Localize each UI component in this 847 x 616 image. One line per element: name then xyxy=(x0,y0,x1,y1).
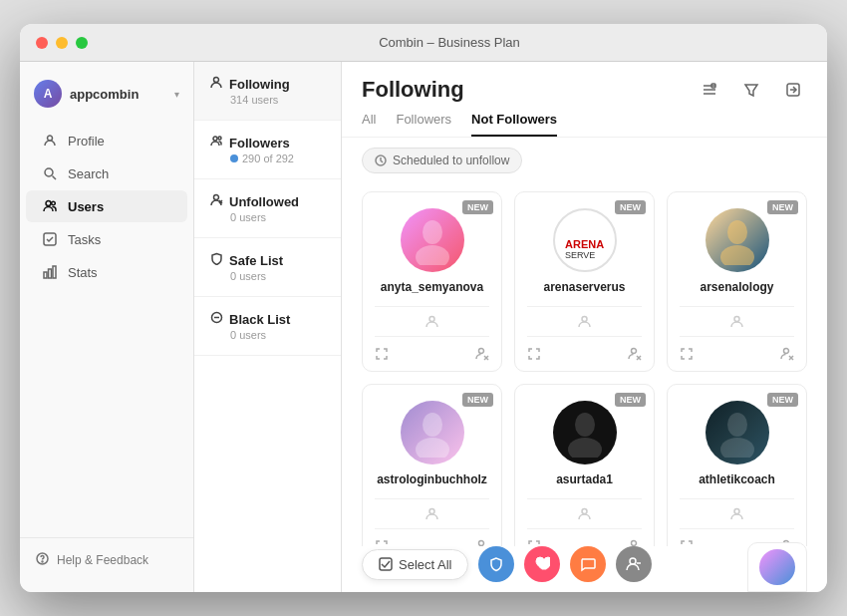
svg-point-58 xyxy=(720,438,754,458)
middle-item-safelist[interactable]: Safe List 0 users xyxy=(194,238,341,297)
stats-icon xyxy=(42,264,58,280)
follow-action-button[interactable] xyxy=(478,546,514,582)
sidebar-item-label-tasks: Tasks xyxy=(68,232,101,247)
blacklist-title: Black List xyxy=(229,312,290,327)
expand-button[interactable] xyxy=(375,539,389,546)
svg-point-64 xyxy=(630,558,636,564)
expand-button[interactable] xyxy=(527,539,541,546)
tab-followers[interactable]: Followers xyxy=(396,112,451,137)
expand-button[interactable] xyxy=(527,347,541,361)
list-view-button[interactable] xyxy=(696,76,723,104)
user-stats-row xyxy=(578,505,591,522)
help-label: Help & Feedback xyxy=(57,553,148,567)
users-icon xyxy=(42,198,58,214)
sidebar-item-search[interactable]: Search xyxy=(26,157,187,189)
select-all-button[interactable]: Select All xyxy=(362,549,468,580)
svg-point-30 xyxy=(479,349,484,354)
heart-action-button[interactable] xyxy=(524,546,560,582)
unfollow-button[interactable] xyxy=(628,539,642,546)
unfollow-button[interactable] xyxy=(780,347,794,361)
chevron-down-icon: ▾ xyxy=(174,89,179,100)
main-content: Following xyxy=(342,62,827,592)
safelist-title: Safe List xyxy=(229,253,283,268)
card-divider xyxy=(527,528,642,529)
sidebar-item-users[interactable]: Users xyxy=(26,190,187,222)
user-stats-row xyxy=(578,313,591,330)
sidebar-nav: Profile Search xyxy=(20,124,193,537)
user-stats-row xyxy=(425,313,438,330)
svg-text:ARENA: ARENA xyxy=(565,238,604,250)
user-stats-row xyxy=(730,313,743,330)
middle-item-blacklist[interactable]: Black List 0 users xyxy=(194,297,341,356)
expand-button[interactable] xyxy=(680,539,694,546)
card-actions xyxy=(680,343,794,361)
svg-point-48 xyxy=(479,541,484,546)
middle-item-unfollowed[interactable]: Unfollowed 0 users xyxy=(194,179,341,238)
help-icon xyxy=(36,552,49,568)
svg-point-52 xyxy=(568,438,602,458)
search-icon xyxy=(42,165,58,181)
unfollowed-header: Unfollowed xyxy=(210,193,325,209)
middle-item-following[interactable]: Following 314 users xyxy=(194,62,341,121)
unfollow-button[interactable] xyxy=(475,347,489,361)
app-body: A appcombin ▾ Profile xyxy=(20,62,827,592)
tab-all[interactable]: All xyxy=(362,112,376,137)
expand-button[interactable] xyxy=(375,347,389,361)
card-actions xyxy=(527,343,642,361)
close-button[interactable] xyxy=(36,37,48,49)
unfollow-button[interactable] xyxy=(475,539,489,546)
export-button[interactable] xyxy=(779,76,807,104)
person-icon xyxy=(730,315,743,328)
user-stats-row xyxy=(730,505,743,522)
account-switcher[interactable]: A appcombin ▾ xyxy=(20,72,193,116)
svg-point-29 xyxy=(429,317,434,322)
help-feedback-item[interactable]: Help & Feedback xyxy=(36,548,177,572)
user-card: NEW arsenalology xyxy=(667,191,807,372)
card-divider xyxy=(680,528,794,529)
user-avatar xyxy=(401,401,464,464)
card-divider xyxy=(680,498,794,499)
sidebar-item-tasks[interactable]: Tasks xyxy=(26,223,187,255)
blacklist-subtitle: 0 users xyxy=(210,329,325,341)
svg-point-45 xyxy=(423,413,442,437)
svg-point-4 xyxy=(52,201,56,205)
filter-bar: Scheduled to unfollow xyxy=(342,138,827,183)
new-badge: NEW xyxy=(615,200,646,214)
safelist-header: Safe List xyxy=(210,252,325,268)
card-divider xyxy=(527,306,642,307)
following-header: Following xyxy=(210,76,325,92)
user-card: NEW asurtada1 xyxy=(514,384,655,546)
svg-point-35 xyxy=(582,317,587,322)
card-divider xyxy=(375,306,489,307)
sidebar-item-label-users: Users xyxy=(68,199,104,214)
unfollow-button[interactable] xyxy=(628,347,642,361)
new-badge: NEW xyxy=(767,200,798,214)
user-grid: NEW anyta_semyanova xyxy=(342,183,827,546)
maximize-button[interactable] xyxy=(76,37,88,49)
sidebar-item-profile[interactable]: Profile xyxy=(26,125,187,156)
new-badge: NEW xyxy=(462,393,493,407)
tab-not-followers[interactable]: Not Followers xyxy=(471,112,557,137)
user-card: NEW athletikcoach xyxy=(667,384,807,546)
user-avatar: ARENA SERVE xyxy=(553,208,617,272)
comment-action-button[interactable] xyxy=(570,546,606,582)
scheduled-to-unfollow-badge[interactable]: Scheduled to unfollow xyxy=(362,148,522,173)
followers-subtitle: 290 of 292 xyxy=(210,153,325,164)
sidebar-item-stats[interactable]: Stats xyxy=(26,256,187,288)
user-card: NEW ARENA SERVE arenaserverus xyxy=(514,191,655,372)
svg-point-40 xyxy=(720,245,754,265)
minimize-button[interactable] xyxy=(56,37,68,49)
main-header: Following xyxy=(342,62,827,138)
user-avatar xyxy=(401,208,464,272)
followers-icon xyxy=(210,135,223,151)
sidebar-item-label-stats: Stats xyxy=(68,265,98,280)
svg-point-12 xyxy=(213,137,217,141)
filter-button[interactable] xyxy=(737,76,765,104)
middle-item-followers[interactable]: Followers 290 of 292 xyxy=(194,121,341,179)
expand-button[interactable] xyxy=(680,347,694,361)
select-all-icon xyxy=(379,557,393,571)
svg-point-39 xyxy=(727,220,747,244)
sidebar: A appcombin ▾ Profile xyxy=(20,62,194,592)
card-divider xyxy=(527,336,642,337)
unfollow-action-button[interactable] xyxy=(616,546,652,582)
